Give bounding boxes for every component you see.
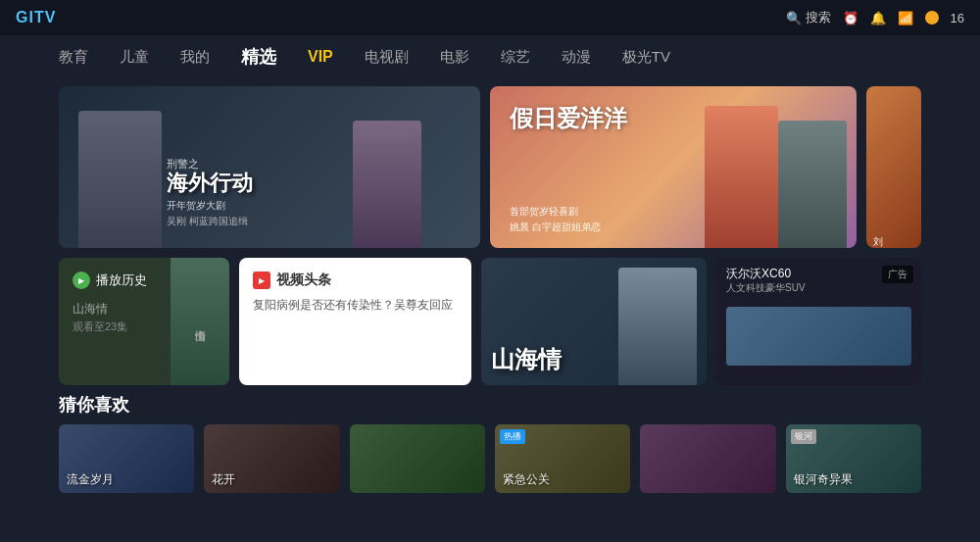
recommend-badge-6: 银河 bbox=[791, 429, 816, 444]
main-content: 刑警之 海外行动 开年贺岁大剧 吴刚 柯蓝跨国追缉 假日爱洋洋 首部贺岁轻喜剧 … bbox=[0, 78, 980, 393]
card-news-title: 视频头条 bbox=[276, 271, 331, 289]
time-display: 16 bbox=[951, 11, 964, 25]
banner-row: 刑警之 海外行动 开年贺岁大剧 吴刚 柯蓝跨国追缉 假日爱洋洋 首部贺岁轻喜剧 … bbox=[59, 86, 921, 248]
recommend-card-3[interactable] bbox=[350, 424, 485, 493]
nav-item-tv-drama[interactable]: 电视剧 bbox=[365, 48, 409, 67]
banner1-sub2: 吴刚 柯蓝跨国追缉 bbox=[167, 215, 253, 228]
search-icon: 🔍 bbox=[786, 11, 802, 25]
ad-desc: 人文科技豪华SUV bbox=[726, 281, 806, 295]
figure-woman-2 bbox=[705, 106, 778, 248]
recommend-card-4[interactable]: 热播 紧急公关 bbox=[495, 424, 630, 493]
banner1-text: 刑警之 海外行动 开年贺岁大剧 吴刚 柯蓝跨国追缉 bbox=[167, 157, 253, 228]
card-news-header: ▶ 视频头条 bbox=[253, 271, 458, 289]
wifi-icon: 📶 bbox=[898, 11, 913, 25]
figure-woman-1 bbox=[353, 121, 421, 248]
card-ad[interactable]: 广告 沃尔沃XC60 人文科技豪华SUV bbox=[716, 258, 921, 385]
ad-badge: 广告 bbox=[882, 266, 913, 283]
nav-item-anime[interactable]: 动漫 bbox=[562, 48, 591, 67]
figure-man-1 bbox=[78, 111, 162, 248]
main-nav: 教育 儿童 我的 精选 VIP 电视剧 电影 综艺 动漫 极光TV bbox=[0, 35, 980, 78]
card-drama[interactable]: 山海情 bbox=[481, 258, 707, 385]
recommend-card-6[interactable]: 银河 银河奇异果 bbox=[786, 424, 921, 493]
banner-card-1[interactable]: 刑警之 海外行动 开年贺岁大剧 吴刚 柯蓝跨国追缉 bbox=[59, 86, 480, 248]
recommend-label-4: 紧急公关 bbox=[503, 471, 550, 488]
nav-item-mine[interactable]: 我的 bbox=[180, 48, 210, 67]
search-label: 搜索 bbox=[806, 9, 831, 26]
nav-item-variety[interactable]: 综艺 bbox=[501, 48, 530, 67]
figure-man-2 bbox=[778, 121, 847, 248]
banner1-title: 海外行动 bbox=[167, 172, 253, 195]
recommend-label-2: 花开 bbox=[212, 471, 235, 488]
news-icon: ▶ bbox=[253, 271, 270, 289]
card-history[interactable]: ▶ 播放历史 山海情 山海情 观看至23集 bbox=[59, 258, 229, 385]
recommend-label-6: 银河奇异果 bbox=[794, 471, 853, 488]
recommend-card-2[interactable]: 花开 bbox=[204, 424, 339, 493]
drama-title: 山海情 bbox=[491, 344, 562, 375]
nav-item-movie[interactable]: 电影 bbox=[440, 48, 469, 67]
banner2-title: 假日爱洋洋 bbox=[510, 106, 627, 131]
recommend-section: 猜你喜欢 流金岁月 花开 热播 紧急公关 银河 银河奇异果 bbox=[0, 393, 980, 493]
nav-item-education[interactable]: 教育 bbox=[59, 48, 88, 67]
banner-card-2[interactable]: 假日爱洋洋 首部贺岁轻喜剧 姚晨 白宇超甜姐弟恋 bbox=[490, 86, 857, 248]
top-right-area: 🔍 搜索 ⏰ 🔔 📶 16 bbox=[786, 9, 964, 26]
recommend-card-5[interactable] bbox=[640, 424, 775, 493]
recommend-card-1[interactable]: 流金岁月 bbox=[59, 424, 194, 493]
recommend-row: 流金岁月 花开 热播 紧急公关 银河 银河奇异果 bbox=[59, 424, 921, 493]
search-area[interactable]: 🔍 搜索 bbox=[786, 9, 831, 26]
app-logo: GITV bbox=[16, 9, 56, 26]
nav-item-vip[interactable]: VIP bbox=[308, 48, 333, 66]
drama-figure bbox=[618, 268, 697, 385]
notification-icon: 🔔 bbox=[870, 11, 886, 25]
card-news-content: 复阳病例是否还有传染性？吴尊友回应 bbox=[253, 297, 458, 314]
user-avatar bbox=[925, 11, 939, 25]
card-history-thumb: 山海情 bbox=[171, 258, 229, 385]
play-icon: ▶ bbox=[73, 271, 90, 289]
banner-card-3-partial[interactable]: 刘 bbox=[866, 86, 921, 248]
banner2-sub1: 首部贺岁轻喜剧 bbox=[510, 205, 578, 219]
recommend-badge-4: 热播 bbox=[500, 429, 525, 444]
card-history-label: 播放历史 bbox=[96, 271, 147, 289]
ad-car-image bbox=[726, 307, 911, 366]
banner2-sub2: 姚晨 白宇超甜姐弟恋 bbox=[510, 221, 601, 234]
nav-item-children[interactable]: 儿童 bbox=[120, 48, 149, 67]
banner1-prefix: 刑警之 bbox=[167, 157, 253, 172]
card-news[interactable]: ▶ 视频头条 复阳病例是否还有传染性？吴尊友回应 bbox=[239, 258, 471, 385]
nav-item-featured[interactable]: 精选 bbox=[241, 45, 276, 69]
cards-row: ▶ 播放历史 山海情 山海情 观看至23集 ▶ 视频头条 复阳病例是否还有传染性… bbox=[59, 258, 921, 385]
recommend-title: 猜你喜欢 bbox=[59, 393, 921, 417]
recommend-label-1: 流金岁月 bbox=[67, 471, 114, 488]
ad-brand: 沃尔沃XC60 bbox=[726, 266, 791, 282]
banner1-sub1: 开年贺岁大剧 bbox=[167, 199, 253, 213]
nav-item-aurora[interactable]: 极光TV bbox=[622, 48, 670, 67]
alarm-icon: ⏰ bbox=[843, 11, 858, 25]
top-bar: GITV 🔍 搜索 ⏰ 🔔 📶 16 bbox=[0, 0, 980, 35]
